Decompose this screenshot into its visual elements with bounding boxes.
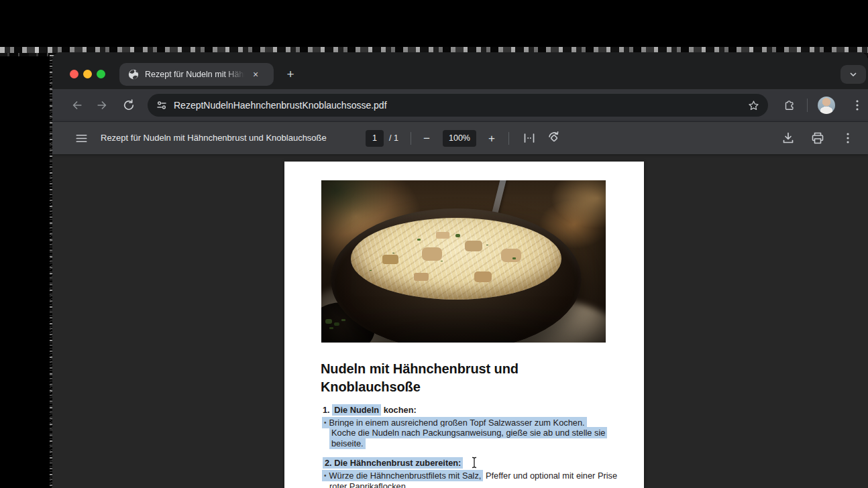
recipe-photo <box>321 180 606 343</box>
browser-tab[interactable]: Rezept für Nudeln mit Hähn × <box>119 63 274 86</box>
bullet-icon: • <box>324 419 329 426</box>
extensions-icon[interactable] <box>783 99 796 112</box>
window-close-button[interactable] <box>70 70 78 78</box>
pdf-divider <box>411 132 411 145</box>
step1-heading: 1. Die Nudeln kochen: <box>323 405 417 415</box>
pdf-divider <box>508 132 509 145</box>
step2-heading-selected: Die Hähnchenbrust zubereiten: <box>334 458 461 468</box>
step2-number: 2. <box>325 458 332 468</box>
page-number-input[interactable]: 1 <box>366 130 384 147</box>
pdf-page: Nudeln mit Hähnchenbrust und Knoblauchso… <box>284 162 644 488</box>
pdf-menu-icon[interactable] <box>75 132 88 145</box>
bullet-icon: • <box>324 472 329 479</box>
browser-toolbar: RezeptNudelnHaehnchenbrustKnoblauchsosse… <box>52 89 868 121</box>
print-icon[interactable] <box>811 131 824 145</box>
forward-icon[interactable] <box>95 99 109 112</box>
browser-window: Rezept für Nudeln mit Hähn × + <box>52 52 868 488</box>
address-bar[interactable]: RezeptNudelnHaehnchenbrustKnoblauchsosse… <box>148 94 768 117</box>
step1-heading-rest: kochen: <box>381 405 417 415</box>
tab-search-button[interactable] <box>840 65 866 84</box>
tab-title: Rezept für Nudeln mit Hähn <box>145 70 247 79</box>
pdf-viewer-scroll-area[interactable]: Nudeln mit Hähnchenbrust und Knoblauchso… <box>52 154 868 488</box>
download-icon[interactable] <box>781 131 795 145</box>
new-tab-button[interactable]: + <box>283 67 298 82</box>
pdf-document-title: Rezept für Nudeln mit Hähnchenbrust und … <box>101 122 327 154</box>
globe-favicon-icon <box>128 69 139 80</box>
back-icon[interactable] <box>70 99 84 112</box>
browser-menu-icon[interactable] <box>851 99 864 112</box>
recipe-title: Nudeln mit Hähnchenbrust und Knoblauchso… <box>321 360 616 396</box>
url-text: RezeptNudelnHaehnchenbrustKnoblauchsosse… <box>174 100 747 111</box>
recipe-title-line1: Nudeln mit Hähnchenbrust und <box>321 360 616 378</box>
step1-bullet-line1: •Bringe in einem ausreichend großen Topf… <box>322 418 587 428</box>
reload-icon[interactable] <box>122 99 135 112</box>
site-settings-icon[interactable] <box>156 100 167 111</box>
tab-strip: Rezept für Nudeln mit Hähn × + <box>52 52 868 89</box>
page-total-label: / 1 <box>389 122 398 154</box>
zoom-out-button[interactable]: − <box>419 130 434 147</box>
fit-to-width-icon[interactable] <box>523 131 536 145</box>
desktop-background: Rezept für Nudeln mit Hähn × + <box>0 0 868 488</box>
step1-heading-selected: Die Nudeln <box>332 404 381 416</box>
tab-close-icon[interactable]: × <box>250 68 262 80</box>
toolbar-divider <box>807 99 808 112</box>
pdf-toolbar: Rezept für Nudeln mit Hähnchenbrust und … <box>52 121 868 154</box>
step1-number: 1. <box>323 405 330 415</box>
step2-heading: 2. Die Hähnchenbrust zubereiten: <box>323 458 463 468</box>
zoom-level-input[interactable]: 100% <box>443 130 476 147</box>
step2-bullet-line1: •Würze die Hähnchenbrustfilets mit Salz,… <box>322 471 617 481</box>
zoom-in-button[interactable]: + <box>484 130 499 147</box>
window-zoom-button[interactable] <box>97 70 105 78</box>
step1-bullet-line2: Koche die Nudeln nach Packungsanweisung,… <box>329 428 607 438</box>
pdf-more-icon[interactable] <box>841 131 855 145</box>
bookmark-star-icon[interactable] <box>747 99 760 112</box>
window-minimize-button[interactable] <box>83 70 92 78</box>
photo-vignette <box>321 180 606 343</box>
profile-avatar[interactable] <box>818 97 835 114</box>
step2-bullet-line2: roter Paprikaflocken <box>329 481 406 488</box>
chevron-down-icon <box>848 69 859 80</box>
text-cursor-ibeam <box>470 456 479 469</box>
recipe-title-line2: Knoblauchsoße <box>321 378 616 396</box>
rotate-icon[interactable] <box>547 131 561 145</box>
step1-bullet-line3: beiseite. <box>329 438 366 448</box>
